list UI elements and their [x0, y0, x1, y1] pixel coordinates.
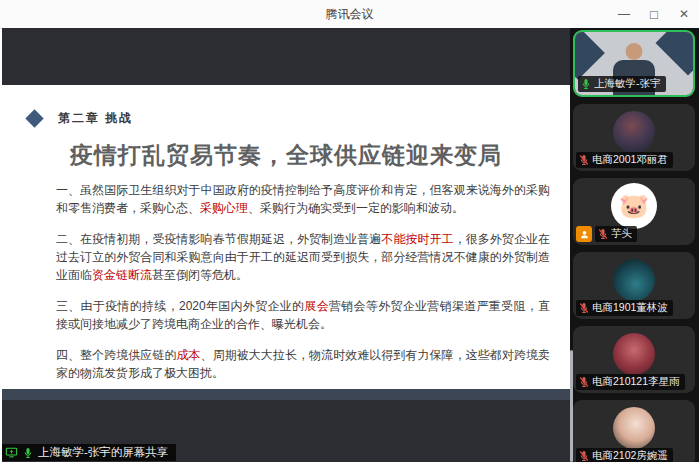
participant-nameplate: 电商1901董林波: [576, 300, 673, 316]
participant-tile[interactable]: 电商2001邓丽君: [573, 104, 695, 171]
participant-name: 电商2001邓丽君: [592, 153, 668, 167]
participant-tile[interactable]: 电商1901董林波: [573, 252, 695, 319]
slide-paragraph: 三、由于疫情的持续，2020年国内外贸企业的展会营销会等外贸企业营销渠道严重受阻…: [56, 297, 550, 333]
screen-share-text: 上海敏学-张宇的屏幕共享: [38, 445, 168, 460]
slide-paragraph: 四、整个跨境供应链的成本、周期被大大拉长，物流时效难以得到有力保障，这些都对跨境…: [56, 346, 550, 382]
participant-tile[interactable]: 上海敏学-张宇: [573, 30, 695, 97]
mic-muted-icon: [578, 376, 590, 388]
slide-paragraph: 一、虽然国际卫生组织对于中国政府的疫情控制给予高度评价和肯定，但客观来说海外的采…: [56, 181, 550, 217]
photo-dark-avatar: [613, 111, 655, 153]
participant-nameplate: 电商2102房婉遥: [576, 448, 673, 462]
body-text: 、采购行为确实受到一定的影响和波动。: [248, 201, 464, 215]
banner-mic-slot: [22, 447, 34, 459]
diamond-bullet-icon: [25, 109, 43, 127]
slide-section-header: 第二章 挑战: [28, 110, 133, 127]
slide-paragraph: 二、在疫情初期，受疫情影响春节假期延迟，外贸制造业普遍不能按时开工，很多外贸企业…: [56, 230, 550, 284]
participant-nameplate: 上海敏学-张宇: [578, 76, 666, 92]
highlighted-text: 资金链断流: [92, 268, 152, 282]
slide-body: 一、虽然国际卫生组织对于中国政府的疫情控制给予高度评价和肯定，但客观来说海外的采…: [56, 181, 550, 395]
maximize-button[interactable]: □: [639, 0, 669, 28]
participant-tile[interactable]: 🐷芋头: [573, 178, 695, 245]
highlighted-text: 展会: [304, 299, 329, 313]
mic-muted-icon: [578, 154, 590, 166]
title-bar: 腾讯会议 — □ ✕: [0, 0, 699, 29]
slide-footer-band: [2, 389, 570, 400]
close-button[interactable]: ✕: [669, 0, 699, 28]
window-title: 腾讯会议: [0, 0, 699, 28]
participant-tile[interactable]: 电商2102房婉遥: [573, 400, 695, 462]
body-text: 二、在疫情初期，受疫情影响春节假期延迟，外贸制造业普遍: [56, 232, 381, 246]
member-badge-icon: [576, 226, 592, 242]
meeting-content: 第二章 挑战 疫情打乱贸易节奏，全球供应链迎来变局 一、虽然国际卫生组织对于中国…: [2, 28, 699, 462]
speaker-head: [626, 43, 643, 60]
body-text: 甚至倒闭等危机。: [152, 268, 248, 282]
participant-name: 电商2102房婉遥: [592, 449, 668, 462]
highlighted-text: 不能按时开工: [381, 232, 453, 246]
participant-nameplate: 芋头: [595, 226, 637, 242]
slide-diamond-decoration: [575, 32, 605, 80]
window-controls: — □ ✕: [609, 0, 699, 28]
screen-share-banner: 上海敏学-张宇的屏幕共享: [2, 444, 176, 461]
mic-muted-icon: [597, 228, 609, 240]
presentation-slide: 第二章 挑战 疫情打乱贸易节奏，全球供应链迎来变局 一、虽然国际卫生组织对于中国…: [2, 85, 570, 389]
participant-nameplate: 电商210121李星雨: [576, 374, 685, 390]
mic-on-icon: [22, 447, 34, 459]
highlighted-text: 成本: [177, 348, 201, 362]
photo-light-avatar: [613, 407, 655, 449]
slide-diamond-decoration: [655, 32, 693, 76]
slide-title: 疫情打乱贸易节奏，全球供应链迎来变局: [2, 140, 570, 171]
car-avatar: [613, 259, 655, 301]
minimize-button[interactable]: —: [609, 0, 639, 28]
section-label: 第二章 挑战: [58, 110, 133, 127]
highlighted-text: 采购心理: [200, 201, 248, 215]
participant-nameplate: 电商2001邓丽君: [576, 152, 673, 168]
participant-name: 电商210121李星雨: [592, 375, 680, 389]
shared-screen: 第二章 挑战 疫情打乱贸易节奏，全球供应链迎来变局 一、虽然国际卫生组织对于中国…: [2, 28, 570, 462]
participants-scrollbar[interactable]: [570, 350, 573, 462]
participant-list: 上海敏学-张宇电商2001邓丽君🐷芋头电商1901董林波电商210121李星雨电…: [570, 28, 699, 462]
mic-muted-icon: [578, 302, 590, 314]
anime-avatar: [613, 333, 655, 375]
participant-name: 芋头: [611, 227, 632, 241]
mic-muted-icon: [578, 450, 590, 462]
pig-avatar: 🐷: [611, 183, 657, 229]
mic-on-icon: [580, 78, 592, 90]
body-text: 三、由于疫情的持续，2020年国内外贸企业的: [56, 299, 304, 313]
participant-name: 电商1901董林波: [592, 301, 668, 315]
screen-share-icon: [5, 446, 18, 459]
participants-panel: 上海敏学-张宇电商2001邓丽君🐷芋头电商1901董林波电商210121李星雨电…: [570, 28, 699, 462]
participant-tile[interactable]: 电商210121李星雨: [573, 326, 695, 393]
participant-name: 上海敏学-张宇: [594, 77, 661, 91]
body-text: 四、整个跨境供应链的: [56, 348, 177, 362]
